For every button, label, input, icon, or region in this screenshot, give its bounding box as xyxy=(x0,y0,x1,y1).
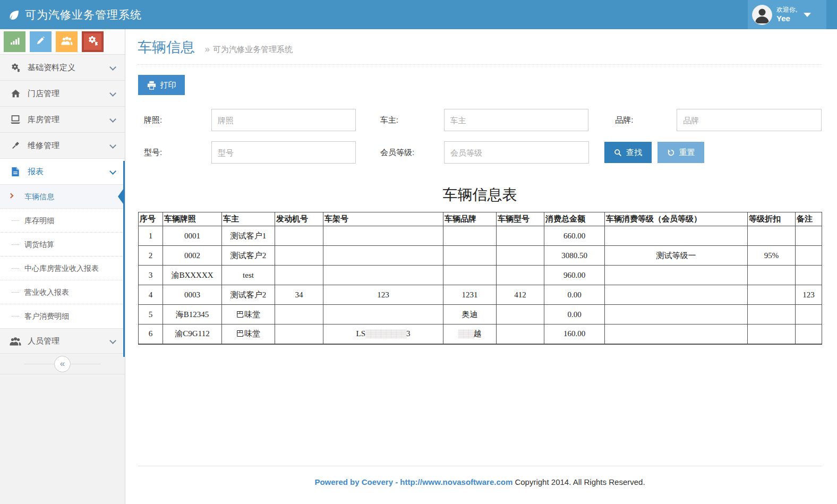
table-cell: 测试客户2 xyxy=(222,285,275,305)
chevron-down-icon xyxy=(109,64,116,71)
desktop-icon xyxy=(10,115,21,124)
app-brand: 可为汽修业务管理系统 xyxy=(0,7,142,22)
table-cell: 1 xyxy=(139,226,163,246)
leaf-icon xyxy=(7,8,20,21)
table-cell: 160.00 xyxy=(544,324,605,344)
powered-by-link[interactable]: Powered by Coevery - http://www.novasoft… xyxy=(314,477,513,486)
active-menu-rail xyxy=(123,161,125,357)
print-button[interactable]: 打印 xyxy=(138,75,185,95)
table-cell xyxy=(443,226,497,246)
page-title: 车辆信息 xyxy=(138,38,195,57)
gears-icon xyxy=(10,63,21,72)
table-cell xyxy=(275,246,323,266)
table-cell xyxy=(796,246,822,266)
pencil-icon xyxy=(36,36,45,47)
table-row: 40003测试客户23412312314120.00123 xyxy=(139,285,822,305)
edit-shortcut-button[interactable] xyxy=(30,31,52,52)
table-cell: 奥迪 xyxy=(443,305,497,324)
submenu-item-inventory-detail[interactable]: 库存明细 xyxy=(0,209,125,233)
app-title: 可为汽修业务管理系统 xyxy=(25,7,142,22)
chevron-down-icon xyxy=(109,142,116,149)
table-cell: 4 xyxy=(139,285,163,305)
table-cell: 960.00 xyxy=(544,266,605,285)
sidebar-item-repair-management[interactable]: 维修管理 xyxy=(0,133,125,159)
brand-label: 品牌: xyxy=(588,115,677,125)
home-icon xyxy=(10,89,21,98)
table-cell xyxy=(605,324,748,344)
sidebar-item-label: 维修管理 xyxy=(28,141,59,151)
content-area: 打印 牌照: 车主: 品牌: 型号: 会员等级: 查找 xyxy=(126,65,837,345)
table-header-cell: 车辆型号 xyxy=(497,212,544,226)
table-cell: 6 xyxy=(139,324,163,344)
table-header-cell: 车架号 xyxy=(323,212,443,226)
table-cell: 1231 xyxy=(443,285,497,305)
sidebar-collapse-row: « xyxy=(0,354,125,374)
table-cell: 2 xyxy=(139,246,163,266)
submenu-item-revenue-report[interactable]: 营业收入报表 xyxy=(0,280,125,304)
sidebar: 基础资料定义 门店管理 库房管理 维修管理 报表 车辆信息 xyxy=(0,29,125,504)
app-header: 可为汽修业务管理系统 欢迎你, Yee xyxy=(0,0,837,29)
settings-shortcut-button[interactable] xyxy=(82,31,104,52)
license-input[interactable] xyxy=(211,109,356,131)
submenu-item-central-warehouse-revenue[interactable]: 中心库房营业收入报表 xyxy=(0,257,125,280)
printer-icon xyxy=(147,81,156,90)
table-header-cell: 消费总金额 xyxy=(544,212,605,226)
table-cell xyxy=(748,305,796,324)
search-icon xyxy=(614,149,622,157)
brand-input[interactable] xyxy=(677,109,822,131)
table-cell xyxy=(275,266,323,285)
chevron-down-icon xyxy=(804,13,811,17)
table-cell xyxy=(275,324,323,344)
users-group-icon xyxy=(61,36,73,47)
table-cell: 测试等级一 xyxy=(605,246,748,266)
report-table: 序号车辆牌照车主发动机号车架号车辆品牌车辆型号消费总金额车辆消费等级（会员等级）… xyxy=(138,212,822,345)
submenu-item-label: 中心库房营业收入报表 xyxy=(24,264,99,272)
reset-button[interactable]: 重置 xyxy=(657,142,704,163)
table-cell: ▒▒▒越 xyxy=(443,324,497,344)
table-cell: 巴味堂 xyxy=(222,305,275,324)
table-cell xyxy=(275,226,323,246)
table-cell xyxy=(443,246,497,266)
sidebar-item-basic-data[interactable]: 基础资料定义 xyxy=(0,55,125,81)
table-cell xyxy=(748,226,796,246)
submenu-item-customer-consumption[interactable]: 客户消费明细 xyxy=(0,304,125,328)
table-cell xyxy=(796,324,822,344)
table-cell xyxy=(605,226,748,246)
sidebar-collapse-button[interactable]: « xyxy=(54,356,71,372)
table-header-cell: 车辆品牌 xyxy=(443,212,497,226)
table-row: 6渝C9G112巴味堂LS▒▒▒▒▒▒▒▒3▒▒▒越160.00 xyxy=(139,324,822,344)
main-content: 车辆信息 »可为汽修业务管理系统 打印 牌照: 车主: 品牌: 型号: xyxy=(126,29,837,504)
table-cell xyxy=(796,305,822,324)
chevron-right-icon xyxy=(8,193,14,199)
users-shortcut-button[interactable] xyxy=(56,31,78,52)
owner-input[interactable] xyxy=(444,109,589,131)
table-cell: 0.00 xyxy=(544,305,605,324)
submenu-item-label: 营业收入报表 xyxy=(24,288,69,296)
table-row: 20002测试客户23080.50测试等级一95% xyxy=(139,246,822,266)
table-header: 序号车辆牌照车主发动机号车架号车辆品牌车辆型号消费总金额车辆消费等级（会员等级）… xyxy=(139,212,822,226)
table-cell xyxy=(605,266,748,285)
sidebar-item-personnel-management[interactable]: 人员管理 xyxy=(0,329,125,354)
model-input[interactable] xyxy=(211,141,356,164)
submenu-item-vehicle-info[interactable]: 车辆信息 xyxy=(0,185,125,209)
breadcrumb: »可为汽修业务管理系统 xyxy=(204,44,292,55)
table-cell xyxy=(323,226,443,246)
sidebar-shortcuts xyxy=(0,29,125,55)
sidebar-item-store-management[interactable]: 门店管理 xyxy=(0,81,125,107)
redacted-blur: ▒▒▒ xyxy=(458,329,474,338)
chevron-down-icon xyxy=(109,90,116,97)
search-button[interactable]: 查找 xyxy=(604,142,652,163)
user-menu[interactable]: 欢迎你, Yee xyxy=(748,0,826,29)
report-title: 车辆信息表 xyxy=(138,185,822,205)
sidebar-item-reports[interactable]: 报表 xyxy=(0,159,125,185)
stats-shortcut-button[interactable] xyxy=(4,31,25,52)
submenu-item-label: 调货结算 xyxy=(24,240,54,249)
breadcrumb-separator-icon: » xyxy=(204,44,209,54)
sidebar-item-warehouse-management[interactable]: 库房管理 xyxy=(0,107,125,133)
table-cell xyxy=(605,305,748,324)
member-level-input[interactable] xyxy=(444,141,589,164)
table-cell xyxy=(497,226,544,246)
reports-submenu: 车辆信息 库存明细 调货结算 中心库房营业收入报表 营业收入报表 客户消费明细 xyxy=(0,185,125,329)
submenu-item-transfer-settlement[interactable]: 调货结算 xyxy=(0,233,125,257)
table-cell: 3 xyxy=(139,266,163,285)
